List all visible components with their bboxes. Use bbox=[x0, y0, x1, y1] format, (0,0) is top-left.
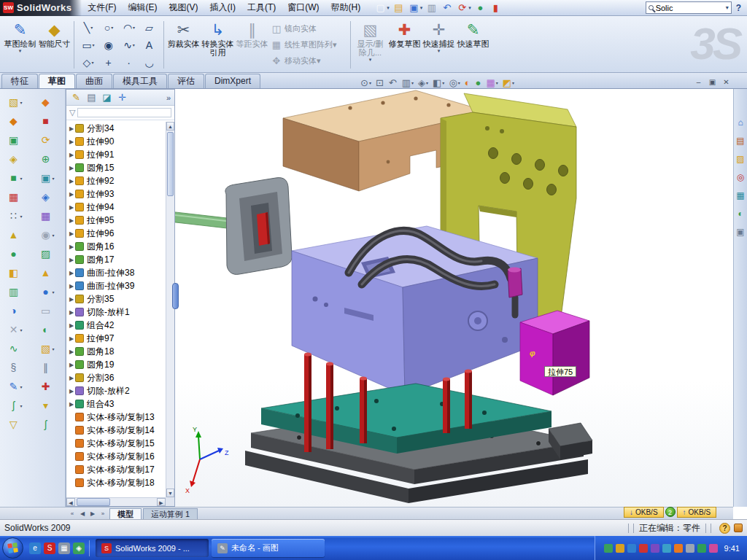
toolbar-button[interactable]: ✎ 快速草图 bbox=[456, 18, 490, 71]
feature-tree-item[interactable]: ▶ 拉伸90 bbox=[66, 135, 166, 148]
net-speed-overlay[interactable]: ↓ OKB/S 2 ↑ OKB/S bbox=[624, 506, 716, 518]
sketch-tool-button[interactable]: ∿ ▾ bbox=[119, 36, 139, 54]
scroll-down-arrow-icon[interactable]: ▼ bbox=[166, 489, 174, 497]
tray-icon[interactable] bbox=[709, 544, 718, 553]
panel-tab-icon[interactable]: ✎ bbox=[69, 92, 84, 103]
search-input[interactable]: Solic ▾ bbox=[646, 1, 732, 14]
expand-arrow-icon[interactable]: ▶ bbox=[68, 139, 75, 145]
feature-tree-item[interactable]: ▶ 曲面-拉伸38 bbox=[66, 266, 166, 279]
feature-tree-item[interactable]: 实体-移动/复制16 bbox=[66, 450, 166, 463]
tray-icon[interactable] bbox=[604, 544, 613, 553]
view-tool-button[interactable]: ▦ ▾ bbox=[484, 77, 499, 88]
panel-splitter-handle[interactable] bbox=[172, 283, 179, 309]
expand-arrow-icon[interactable]: ▶ bbox=[68, 204, 75, 211]
commandmanager-tab[interactable]: DimXpert bbox=[205, 74, 260, 88]
expand-arrow-icon[interactable]: ▶ bbox=[68, 322, 75, 329]
sketch-tool-button[interactable]: ╲ ▾ bbox=[78, 19, 98, 36]
feature-tree-item[interactable]: ▶ 圆角18 bbox=[66, 345, 166, 358]
part-magenta-fitting[interactable] bbox=[508, 268, 522, 298]
help-button[interactable]: ? bbox=[736, 3, 741, 13]
toolbar-button[interactable]: ↳ 转换实体引用 bbox=[201, 18, 235, 71]
std-toolbar-button[interactable]: ▮ bbox=[489, 1, 503, 14]
feature-tree-item[interactable]: 实体-移动/复制13 bbox=[66, 411, 166, 424]
document-tab[interactable]: 模型 bbox=[109, 508, 142, 519]
tree-horizontal-scrollbar[interactable]: ◀ ▶ bbox=[66, 497, 166, 506]
sketch-button[interactable]: ✎ 草图绘制 ▾ bbox=[3, 18, 37, 71]
expand-arrow-icon[interactable]: ▶ bbox=[68, 349, 75, 355]
tray-icon[interactable] bbox=[616, 544, 624, 553]
sketch-tool-button[interactable]: ◉ bbox=[98, 36, 119, 54]
feature-tree-item[interactable]: ▶ 切除-放样1 bbox=[66, 306, 166, 319]
quick-launch-icon[interactable]: ▦ bbox=[58, 542, 70, 554]
scrollbar-thumb[interactable] bbox=[167, 132, 174, 196]
std-toolbar-button[interactable]: ▥ bbox=[425, 1, 439, 14]
commandmanager-tab[interactable]: 特征 bbox=[1, 74, 38, 88]
toolbar-button[interactable]: ▭ bbox=[39, 301, 58, 320]
toolbar-button[interactable]: ◐ bbox=[39, 320, 58, 339]
toolbar-button[interactable]: § bbox=[7, 358, 26, 377]
feature-tree-item[interactable]: ▶ 组合42 bbox=[66, 319, 166, 332]
task-pane-tab-icon[interactable]: ▣ bbox=[735, 226, 746, 238]
feature-tree-item[interactable]: ▶ 圆角17 bbox=[66, 253, 166, 266]
expand-arrow-icon[interactable]: ▶ bbox=[68, 178, 75, 184]
feature-tree-item[interactable]: ▶ 拉伸91 bbox=[66, 148, 166, 161]
panel-tab-icon[interactable]: ◪ bbox=[99, 92, 115, 103]
task-pane-tab-icon[interactable]: ▦ bbox=[735, 190, 746, 201]
view-tool-button[interactable]: ⊡ bbox=[374, 77, 386, 88]
toolbar-button[interactable]: ▲ bbox=[39, 263, 58, 282]
expand-arrow-icon[interactable]: ▶ bbox=[68, 230, 75, 237]
document-window-button[interactable]: ▣ bbox=[705, 77, 719, 88]
toolbar-button[interactable]: ◫ 镜向实体 bbox=[271, 21, 347, 37]
expand-arrow-icon[interactable]: ▶ bbox=[68, 125, 75, 132]
expand-arrow-icon[interactable]: ▶ bbox=[68, 388, 75, 394]
tab-nav-arrow-icon[interactable]: « bbox=[67, 510, 77, 517]
expand-arrow-icon[interactable]: ▶ bbox=[68, 270, 75, 276]
feature-tree-item[interactable]: ▶ 拉伸97 bbox=[66, 332, 166, 345]
scroll-right-arrow-icon[interactable]: ▶ bbox=[157, 498, 166, 506]
std-toolbar-button[interactable]: ▢ ▾ bbox=[374, 1, 391, 14]
smart-dimension-button[interactable]: ◆ 智能尺寸 bbox=[37, 18, 71, 71]
sketch-tool-button[interactable]: ◇ ▾ bbox=[78, 54, 98, 71]
std-toolbar-button[interactable]: ▣ ▾ bbox=[407, 1, 425, 14]
task-pane-tab-icon[interactable]: ◐ bbox=[735, 208, 746, 219]
quick-launch-icon[interactable]: ◈ bbox=[73, 542, 85, 554]
menu-item[interactable]: 视图(V) bbox=[163, 0, 204, 16]
commandmanager-tab[interactable]: 草图 bbox=[39, 74, 75, 88]
document-window-button[interactable]: – bbox=[692, 77, 705, 88]
toolbar-button[interactable]: ◧ bbox=[7, 263, 26, 282]
toolbar-button[interactable]: ⟳ bbox=[39, 131, 58, 149]
toolbar-button[interactable]: ∷ ▾ bbox=[7, 206, 26, 225]
menu-item[interactable]: 插入(I) bbox=[204, 0, 241, 16]
std-toolbar-button[interactable]: ● bbox=[473, 1, 488, 14]
toolbar-button[interactable]: ✚ bbox=[39, 377, 58, 396]
model-canvas[interactable]: φ Y Z X bbox=[175, 89, 733, 507]
toolbar-button[interactable]: ■ bbox=[39, 112, 58, 131]
sketch-tool-button[interactable]: ▭ ▾ bbox=[78, 36, 98, 54]
toolbar-button[interactable]: ● ▾ bbox=[39, 282, 58, 301]
view-tool-button[interactable]: ⊙ ▾ bbox=[359, 77, 373, 88]
expand-arrow-icon[interactable]: ▶ bbox=[68, 375, 75, 381]
expand-arrow-icon[interactable]: ▶ bbox=[68, 191, 75, 198]
start-button[interactable] bbox=[2, 537, 23, 559]
toolbar-button[interactable]: ▧ 显示/删除几... ▾ bbox=[353, 18, 387, 71]
tree-filter-input[interactable] bbox=[77, 108, 171, 117]
feature-tree-item[interactable]: ▶ 分割34 bbox=[66, 122, 166, 135]
toolbar-button[interactable]: ◆ bbox=[39, 93, 58, 112]
std-toolbar-button[interactable]: ⟳ ▾ bbox=[455, 1, 473, 14]
toolbar-button[interactable]: ✚ 修复草图 bbox=[387, 18, 422, 71]
tray-icon[interactable] bbox=[674, 544, 683, 553]
toolbar-button[interactable]: ▲ bbox=[7, 225, 26, 244]
feature-tree-item[interactable]: 实体-移动/复制18 bbox=[66, 476, 166, 489]
view-tool-button[interactable]: ◧ ▾ bbox=[431, 77, 446, 88]
feature-tree-item[interactable]: 实体-移动/复制17 bbox=[66, 463, 166, 476]
tray-icon[interactable] bbox=[627, 544, 636, 553]
expand-arrow-icon[interactable]: ▶ bbox=[68, 362, 75, 368]
view-tool-button[interactable]: ▥ ▾ bbox=[400, 77, 415, 88]
toolbar-button[interactable]: ▦ bbox=[7, 187, 26, 206]
taskbar-window-button[interactable]: S SolidWorks 2009 - ... bbox=[96, 539, 209, 557]
expand-arrow-icon[interactable]: ▶ bbox=[68, 244, 75, 250]
feature-tree-item[interactable]: 实体-移动/复制14 bbox=[66, 424, 166, 437]
quick-launch-icon[interactable]: S bbox=[44, 542, 55, 554]
view-tool-button[interactable]: ● bbox=[474, 77, 484, 88]
expand-arrow-icon[interactable]: ▶ bbox=[68, 283, 75, 289]
